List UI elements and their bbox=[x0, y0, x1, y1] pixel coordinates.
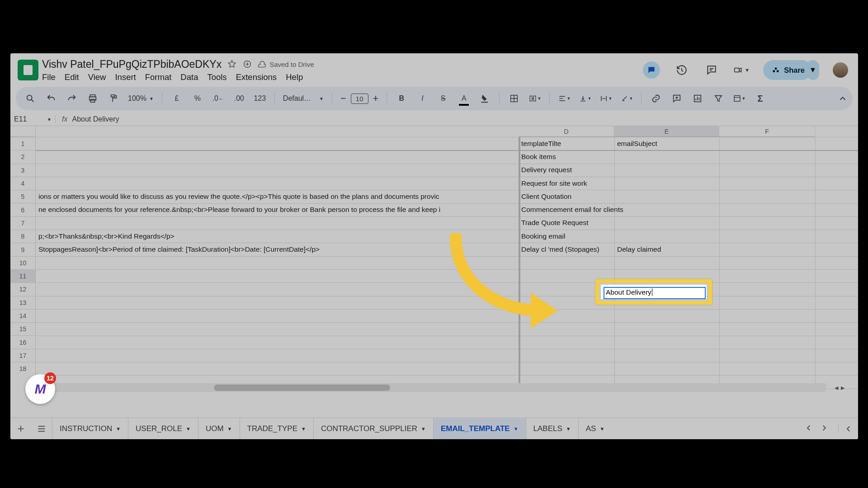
row-header-4[interactable]: 4 bbox=[10, 177, 36, 190]
increase-font-icon[interactable]: + bbox=[373, 93, 379, 104]
sheet-tab-email_template[interactable]: EMAIL_TEMPLATE▼ bbox=[433, 418, 526, 439]
doc-title[interactable]: Vishv Patel_FPuPgQizTPbibAOeDKYx bbox=[42, 58, 222, 70]
cell-d9[interactable]: Delay cl 'med (Stopages) bbox=[519, 245, 614, 253]
increase-decimal-icon[interactable]: .00 bbox=[233, 92, 245, 105]
row-header-10[interactable]: 10 bbox=[10, 256, 36, 269]
cell-c9[interactable]: StoppagesReason]<br>Period of time claim… bbox=[36, 245, 519, 253]
menu-data[interactable]: Data bbox=[180, 72, 198, 82]
rotate-icon[interactable]: ▼ bbox=[620, 92, 633, 105]
row-header-12[interactable]: 12 bbox=[10, 282, 36, 296]
cell-c8[interactable]: p;<br>Thanks&nbsp;<br>Kind Regards</p> bbox=[36, 232, 519, 240]
sheet-tab-as[interactable]: AS▼ bbox=[578, 418, 612, 439]
row-header-9[interactable]: 9 bbox=[10, 243, 36, 256]
scroll-right-icon[interactable]: ▶ bbox=[841, 385, 844, 391]
all-sheets-button[interactable] bbox=[31, 418, 52, 439]
insert-chart-icon[interactable] bbox=[691, 92, 704, 105]
history-icon[interactable] bbox=[674, 62, 690, 78]
tab-scroll-right-icon[interactable] bbox=[820, 424, 828, 434]
cell-d7[interactable]: Trade Quote Request bbox=[519, 219, 614, 227]
h-align-icon[interactable]: ▼ bbox=[558, 92, 571, 105]
wrap-icon[interactable]: ▼ bbox=[599, 92, 612, 105]
row-header-17[interactable]: 17 bbox=[10, 349, 36, 362]
col-header-f[interactable]: F bbox=[719, 126, 815, 137]
v-align-icon[interactable]: ▼ bbox=[579, 92, 591, 105]
horizontal-scrollbar[interactable] bbox=[36, 383, 826, 392]
name-box[interactable]: E11▼ bbox=[14, 115, 56, 123]
active-cell-editor[interactable]: About Delivery​ bbox=[604, 287, 706, 299]
row-header-7[interactable]: 7 bbox=[10, 216, 36, 230]
paint-format-icon[interactable] bbox=[107, 92, 120, 105]
cell-d5[interactable]: Client Quotation bbox=[519, 192, 614, 201]
col-header-e[interactable]: E bbox=[614, 126, 719, 137]
filter-icon[interactable] bbox=[712, 92, 725, 105]
font-size-stepper[interactable]: − 10 + bbox=[340, 93, 378, 104]
col-header-d[interactable]: D bbox=[519, 126, 614, 137]
cell-d4[interactable]: Request for site work bbox=[519, 179, 614, 188]
cell-c6[interactable]: ne enclosed documents for your reference… bbox=[36, 206, 519, 214]
sheet-tab-labels[interactable]: LABELS▼ bbox=[526, 418, 578, 439]
tab-scroll-left-icon[interactable] bbox=[805, 424, 813, 434]
save-status[interactable]: Saved to Drive bbox=[258, 60, 314, 69]
undo-icon[interactable] bbox=[45, 92, 57, 105]
account-avatar[interactable] bbox=[833, 62, 848, 78]
row-header-5[interactable]: 5 bbox=[10, 190, 36, 203]
fx-icon[interactable]: fx bbox=[56, 115, 72, 123]
borders-icon[interactable] bbox=[508, 92, 520, 105]
row-header-14[interactable]: 14 bbox=[10, 309, 36, 322]
decrease-font-icon[interactable]: − bbox=[340, 93, 346, 104]
collapse-toolbar-icon[interactable] bbox=[836, 92, 849, 105]
decrease-decimal-icon[interactable]: .0← bbox=[212, 92, 225, 105]
menu-tools[interactable]: Tools bbox=[207, 72, 226, 82]
menu-format[interactable]: Format bbox=[145, 72, 172, 82]
sheet-tab-instruction[interactable]: INSTRUCTION▼ bbox=[52, 418, 128, 439]
more-formats-icon[interactable]: 123 bbox=[254, 92, 266, 105]
redo-icon[interactable] bbox=[66, 92, 78, 105]
row-header-13[interactable]: 13 bbox=[10, 296, 36, 309]
percent-icon[interactable]: % bbox=[191, 92, 204, 105]
cell-d2[interactable]: Book items bbox=[519, 153, 614, 161]
comments-icon[interactable] bbox=[703, 62, 720, 78]
italic-icon[interactable]: I bbox=[416, 92, 429, 105]
formula-input[interactable]: About Delivery bbox=[72, 115, 119, 123]
scroll-left-icon[interactable]: ◀ bbox=[835, 385, 838, 391]
menu-extensions[interactable]: Extensions bbox=[236, 72, 277, 82]
cell-d6[interactable]: Commencement email for clients bbox=[519, 206, 717, 214]
fill-color-icon[interactable] bbox=[478, 92, 491, 105]
sheet-tab-uom[interactable]: UOM▼ bbox=[198, 418, 240, 439]
chat-icon[interactable] bbox=[643, 61, 660, 79]
print-icon[interactable] bbox=[86, 92, 99, 105]
star-icon[interactable] bbox=[227, 59, 237, 69]
filter-views-icon[interactable]: ▼ bbox=[733, 92, 745, 105]
row-header-2[interactable]: 2 bbox=[10, 150, 36, 163]
strikethrough-icon[interactable]: S bbox=[437, 92, 449, 105]
row-header-1[interactable]: 1 bbox=[10, 137, 36, 150]
merge-cells-icon[interactable]: ▼ bbox=[528, 92, 541, 105]
bold-icon[interactable]: B bbox=[395, 92, 408, 105]
share-button[interactable]: Share bbox=[763, 60, 812, 80]
add-sheet-button[interactable]: + bbox=[10, 418, 31, 439]
row-header-18[interactable]: 18 bbox=[10, 362, 36, 375]
link-icon[interactable] bbox=[650, 92, 662, 105]
cell-d8[interactable]: Booking email bbox=[519, 232, 614, 240]
cell-d3[interactable]: Delivery request bbox=[519, 166, 614, 174]
row-header-16[interactable]: 16 bbox=[10, 335, 36, 348]
extension-badge[interactable]: M 12 bbox=[25, 374, 55, 404]
sheets-logo-icon[interactable] bbox=[18, 60, 38, 80]
sheet-tab-trade_type[interactable]: TRADE_TYPE▼ bbox=[240, 418, 313, 439]
row-header-15[interactable]: 15 bbox=[10, 322, 36, 335]
side-panel-toggle-icon[interactable] bbox=[838, 425, 858, 433]
cell-e9[interactable]: Delay claimed bbox=[614, 245, 719, 253]
menu-insert[interactable]: Insert bbox=[115, 72, 136, 82]
cell-d1[interactable]: templateTilte bbox=[519, 140, 614, 148]
row-header-11[interactable]: 11 bbox=[10, 269, 36, 282]
menu-file[interactable]: File bbox=[42, 72, 56, 82]
row-header-6[interactable]: 6 bbox=[10, 203, 36, 216]
menu-edit[interactable]: Edit bbox=[65, 72, 79, 82]
menu-view[interactable]: View bbox=[88, 72, 106, 82]
sheet-tab-contractor_supplier[interactable]: CONTRACTOR_SUPPLIER▼ bbox=[313, 418, 433, 439]
select-all-corner[interactable] bbox=[10, 126, 36, 137]
row-header-3[interactable]: 3 bbox=[10, 164, 36, 177]
cell-c5[interactable]: ions or matters you would like to discus… bbox=[36, 192, 519, 201]
meet-button[interactable]: ▼ bbox=[733, 62, 750, 78]
search-menu-icon[interactable] bbox=[24, 92, 37, 105]
